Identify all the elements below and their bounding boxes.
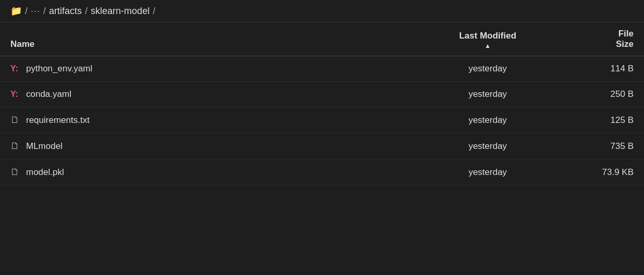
column-file-size: FileSize — [540, 29, 634, 49]
file-name: conda.yaml — [26, 89, 71, 99]
table-row[interactable]: 🗋 requirements.txt yesterday 125 B — [0, 107, 644, 133]
breadcrumb-artifacts[interactable]: artifacts — [49, 6, 82, 17]
file-name-cell: Y: conda.yaml — [10, 89, 436, 99]
doc-icon: 🗋 — [10, 167, 21, 178]
breadcrumb: 📁 / ··· / artifacts / sklearn-model / — [0, 0, 644, 22]
breadcrumb-ellipsis[interactable]: ··· — [31, 6, 40, 17]
file-name: model.pkl — [26, 167, 64, 178]
doc-icon: 🗋 — [10, 141, 21, 152]
last-modified-cell: yesterday — [436, 141, 540, 152]
breadcrumb-separator-3: / — [85, 6, 88, 17]
table-row[interactable]: Y: python_env.yaml yesterday 114 B — [0, 56, 644, 82]
breadcrumb-separator: / — [25, 6, 28, 17]
column-last-modified[interactable]: Last Modified ▲ — [436, 31, 540, 49]
last-modified-cell: yesterday — [436, 64, 540, 74]
file-size-cell: 73.9 KB — [540, 167, 634, 178]
yaml-icon: Y: — [10, 90, 21, 99]
doc-icon: 🗋 — [10, 115, 21, 126]
table-row[interactable]: Y: conda.yaml yesterday 250 B — [0, 82, 644, 107]
file-name: python_env.yaml — [26, 64, 92, 74]
table-row[interactable]: 🗋 MLmodel yesterday 735 B — [0, 133, 644, 159]
last-modified-cell: yesterday — [436, 167, 540, 178]
file-size-cell: 125 B — [540, 115, 634, 126]
file-size-cell: 735 B — [540, 141, 634, 152]
file-name: MLmodel — [26, 141, 63, 152]
file-name: requirements.txt — [26, 115, 90, 126]
yaml-icon: Y: — [10, 64, 21, 73]
breadcrumb-separator-4: / — [153, 6, 155, 17]
table-header: Name Last Modified ▲ FileSize — [0, 22, 644, 56]
file-name-cell: 🗋 MLmodel — [10, 141, 436, 152]
sort-arrow-icon: ▲ — [485, 42, 491, 49]
breadcrumb-separator-2: / — [43, 6, 46, 17]
table-row[interactable]: 🗋 model.pkl yesterday 73.9 KB — [0, 159, 644, 185]
file-name-cell: 🗋 requirements.txt — [10, 115, 436, 126]
last-modified-cell: yesterday — [436, 89, 540, 99]
last-modified-cell: yesterday — [436, 115, 540, 126]
file-name-cell: Y: python_env.yaml — [10, 64, 436, 74]
file-size-cell: 250 B — [540, 89, 634, 99]
file-size-cell: 114 B — [540, 64, 634, 74]
table-body: Y: python_env.yaml yesterday 114 B Y: co… — [0, 56, 644, 185]
column-name: Name — [10, 39, 436, 49]
breadcrumb-sklearn-model[interactable]: sklearn-model — [91, 6, 150, 17]
file-name-cell: 🗋 model.pkl — [10, 167, 436, 178]
folder-icon: 📁 — [10, 5, 22, 17]
